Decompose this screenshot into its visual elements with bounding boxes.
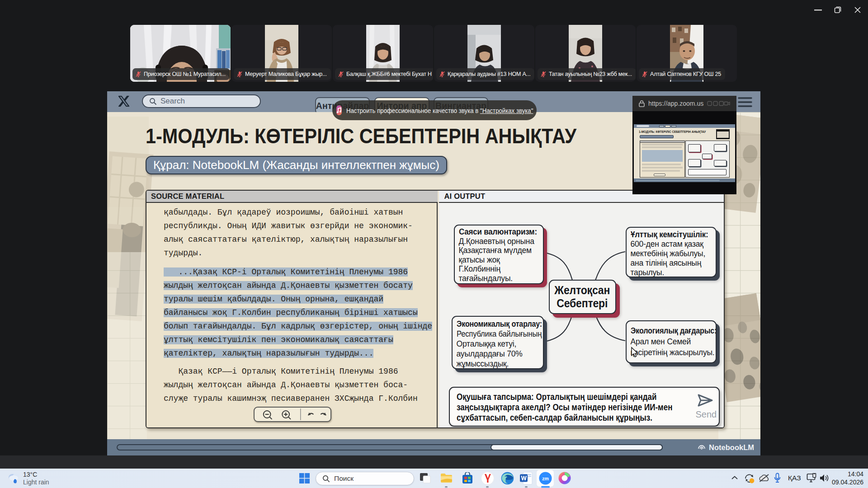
svg-text:zm: zm: [542, 476, 549, 481]
